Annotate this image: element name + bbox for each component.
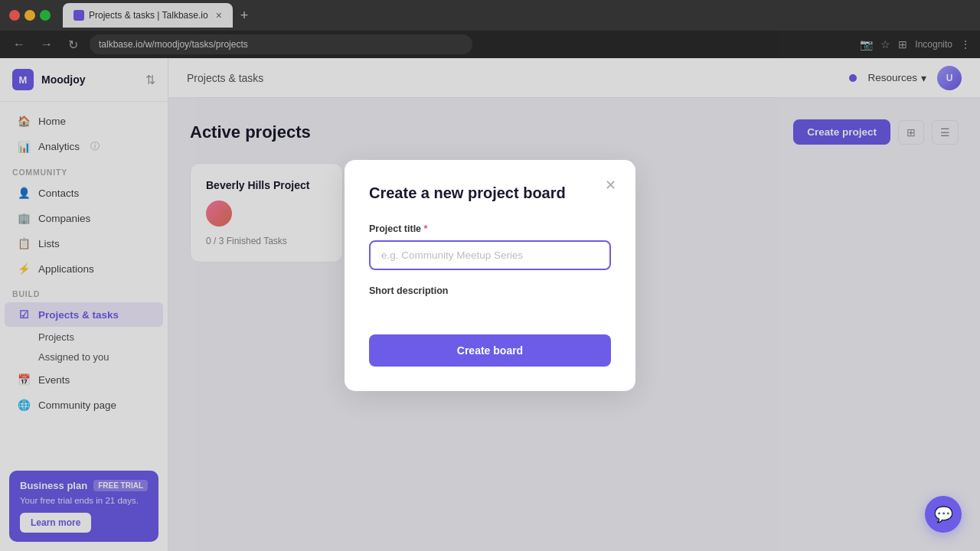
project-title-input[interactable] (369, 240, 611, 270)
create-project-modal: ✕ Create a new project board Project tit… (345, 160, 635, 391)
chat-bubble-button[interactable]: 💬 (925, 496, 962, 533)
modal-title: Create a new project board (369, 184, 611, 202)
modal-overlay[interactable]: ✕ Create a new project board Project tit… (168, 98, 980, 551)
create-board-button[interactable]: Create board (369, 334, 611, 367)
short-description-label: Short description (369, 285, 611, 296)
app-layout: M Moodjoy ⇅ 🏠 Home 📊 Analytics ⓘ COMMUNI… (0, 58, 980, 551)
modal-close-button[interactable]: ✕ (599, 174, 622, 197)
required-indicator: * (424, 223, 428, 234)
main-content: Projects & tasks Resources ▾ U Active pr… (168, 58, 980, 551)
project-title-label: Project title * (369, 223, 611, 234)
page-area: Active projects Create project ⊞ ☰ Bever… (168, 98, 980, 551)
